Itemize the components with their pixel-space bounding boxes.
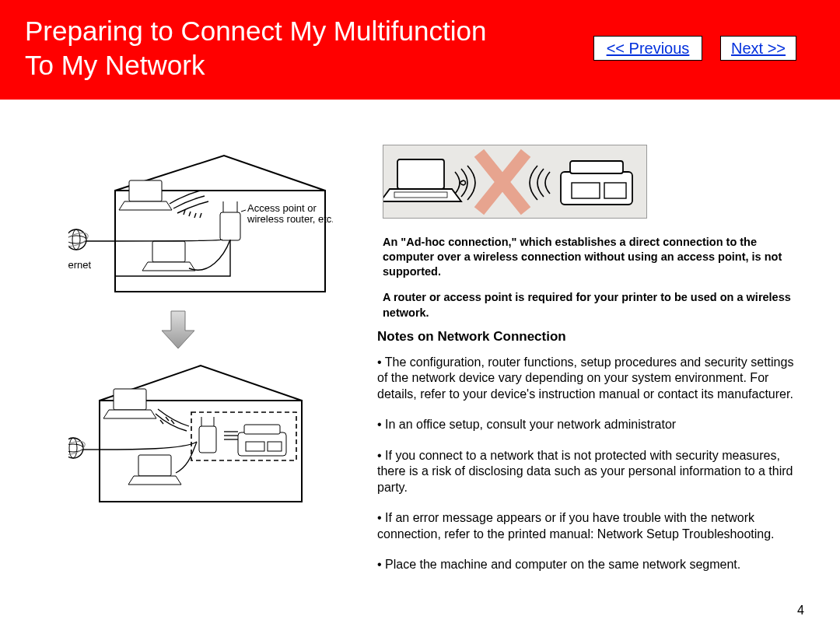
svg-rect-32 <box>268 442 282 451</box>
svg-line-33 <box>160 420 163 424</box>
note-item: • If you connect to a network that is no… <box>377 448 805 495</box>
content-area: Internet Access point or wireless router… <box>0 100 840 630</box>
svg-line-3 <box>184 210 185 215</box>
svg-rect-30 <box>244 425 280 434</box>
note-item: • The configuration, router functions, s… <box>377 355 805 402</box>
next-link[interactable]: Next >> <box>720 36 796 61</box>
network-diagram-before: Internet Access point or wireless router… <box>68 148 333 299</box>
svg-point-12 <box>68 229 86 250</box>
svg-line-19 <box>241 210 246 212</box>
svg-line-34 <box>166 417 169 421</box>
arrow-down-icon <box>159 310 197 350</box>
network-diagram-after <box>68 358 310 509</box>
adhoc-para-2: A router or access point is required for… <box>383 290 807 320</box>
svg-rect-7 <box>152 241 185 262</box>
svg-marker-8 <box>142 262 195 271</box>
svg-rect-23 <box>138 455 171 476</box>
svg-rect-26 <box>199 426 216 453</box>
adhoc-figure <box>383 145 803 219</box>
notes-heading: Notes on Network Connection <box>377 329 566 345</box>
previous-link[interactable]: << Previous <box>593 36 702 61</box>
notes-body: • The configuration, router functions, s… <box>377 355 805 588</box>
header-bar: Preparing to Connect My Multifunction To… <box>0 0 840 100</box>
svg-rect-40 <box>397 159 444 189</box>
svg-marker-24 <box>128 476 181 485</box>
svg-text:Access point or: Access point or <box>247 202 317 214</box>
title-line-2: To My Network <box>25 50 205 80</box>
svg-line-35 <box>171 420 174 424</box>
svg-line-6 <box>200 213 201 218</box>
svg-rect-46 <box>570 161 623 173</box>
svg-marker-41 <box>383 189 461 201</box>
adhoc-para-1: An "Ad-hoc connection," which establishe… <box>383 235 807 279</box>
svg-rect-47 <box>572 183 600 198</box>
svg-rect-9 <box>220 212 240 240</box>
note-item: • If an error message appears or if you … <box>377 510 805 542</box>
title-line-1: Preparing to Connect My Multifunction <box>25 16 486 46</box>
svg-line-5 <box>194 213 196 218</box>
page-number: 4 <box>797 604 804 618</box>
adhoc-warning-text: An "Ad-hoc connection," which establishe… <box>383 235 807 331</box>
svg-marker-22 <box>103 410 156 418</box>
note-item: • Place the machine and computer on the … <box>377 557 805 572</box>
svg-rect-31 <box>246 442 264 451</box>
svg-rect-1 <box>129 180 162 201</box>
note-item: • In an office setup, consult your netwo… <box>377 417 805 432</box>
svg-line-4 <box>189 212 191 216</box>
svg-rect-48 <box>604 183 626 198</box>
svg-marker-2 <box>119 201 172 210</box>
svg-text:wireless router, etc.: wireless router, etc. <box>247 213 333 225</box>
svg-rect-21 <box>114 389 146 410</box>
svg-text:Internet: Internet <box>68 259 91 271</box>
